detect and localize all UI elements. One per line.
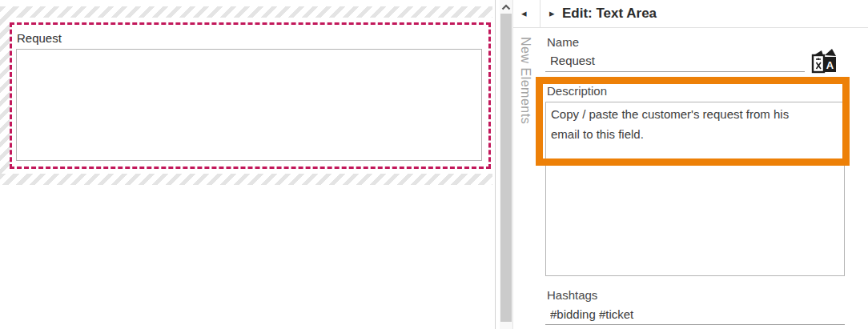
name-input[interactable] bbox=[545, 51, 805, 72]
name-label: Name bbox=[547, 35, 579, 49]
dropzone-hatch-left[interactable] bbox=[0, 6, 10, 185]
selected-text-area-element[interactable]: Request bbox=[10, 22, 491, 169]
canvas-border bbox=[495, 0, 496, 329]
collapse-panel-icon[interactable]: ◂ bbox=[521, 8, 527, 18]
description-label: Description bbox=[547, 84, 607, 98]
description-textarea[interactable]: Copy / paste the customer's request from… bbox=[545, 102, 845, 276]
field-label: Request bbox=[17, 31, 62, 45]
canvas-scrollbar[interactable] bbox=[500, 0, 513, 329]
request-field-textarea[interactable] bbox=[16, 49, 482, 161]
hashtags-label: Hashtags bbox=[547, 288, 597, 302]
hashtags-input[interactable] bbox=[545, 305, 845, 325]
header-divider-horizontal bbox=[513, 27, 868, 28]
header-divider-vertical bbox=[540, 0, 540, 27]
panel-title: Edit: Text Area bbox=[562, 6, 657, 22]
form-designer-window: Request ◂ ▸ Edit: Text Area New Elements… bbox=[0, 0, 868, 329]
new-elements-tab[interactable]: New Elements bbox=[518, 37, 532, 124]
dropzone-hatch-bottom[interactable] bbox=[0, 174, 492, 185]
dropzone-hatch-top[interactable] bbox=[0, 6, 492, 18]
expand-section-icon[interactable]: ▸ bbox=[549, 8, 555, 18]
scroll-up-button[interactable] bbox=[500, 0, 512, 14]
scrollbar-thumb[interactable] bbox=[500, 14, 512, 322]
edit-panel: ◂ ▸ Edit: Text Area New Elements Name A … bbox=[513, 0, 868, 329]
form-canvas: Request bbox=[0, 0, 495, 329]
chevron-up-icon bbox=[501, 4, 511, 10]
translate-icon[interactable]: A bbox=[810, 48, 838, 78]
svg-text:A: A bbox=[826, 59, 834, 71]
